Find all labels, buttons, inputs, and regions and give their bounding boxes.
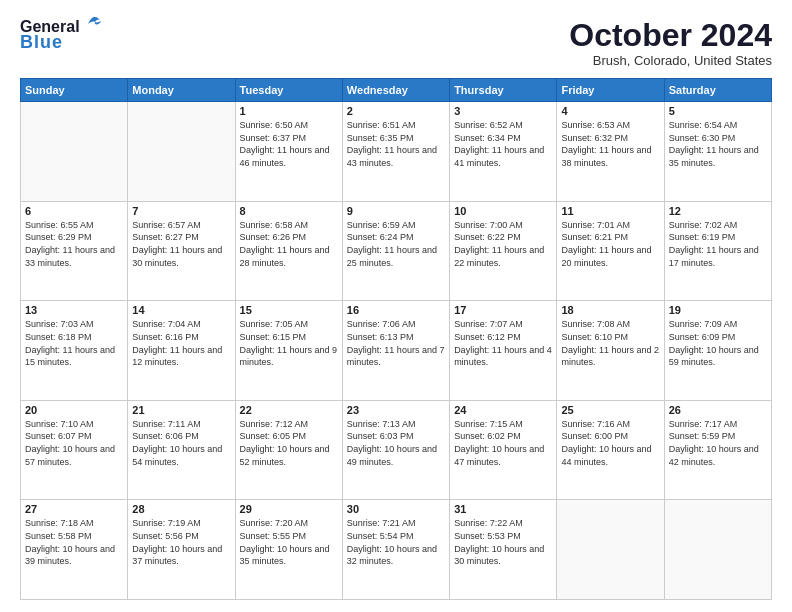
weekday-header: Saturday: [664, 79, 771, 102]
calendar-cell: [664, 500, 771, 600]
day-number: 8: [240, 205, 338, 217]
day-info: Sunrise: 7:04 AM Sunset: 6:16 PM Dayligh…: [132, 318, 230, 368]
calendar-header-row: SundayMondayTuesdayWednesdayThursdayFrid…: [21, 79, 772, 102]
day-info: Sunrise: 7:20 AM Sunset: 5:55 PM Dayligh…: [240, 517, 338, 567]
calendar-cell: 17Sunrise: 7:07 AM Sunset: 6:12 PM Dayli…: [450, 301, 557, 401]
day-info: Sunrise: 7:07 AM Sunset: 6:12 PM Dayligh…: [454, 318, 552, 368]
day-number: 30: [347, 503, 445, 515]
day-info: Sunrise: 7:22 AM Sunset: 5:53 PM Dayligh…: [454, 517, 552, 567]
calendar-cell: 31Sunrise: 7:22 AM Sunset: 5:53 PM Dayli…: [450, 500, 557, 600]
calendar-cell: 23Sunrise: 7:13 AM Sunset: 6:03 PM Dayli…: [342, 400, 449, 500]
day-info: Sunrise: 7:21 AM Sunset: 5:54 PM Dayligh…: [347, 517, 445, 567]
calendar-cell: 30Sunrise: 7:21 AM Sunset: 5:54 PM Dayli…: [342, 500, 449, 600]
day-info: Sunrise: 7:02 AM Sunset: 6:19 PM Dayligh…: [669, 219, 767, 269]
day-number: 16: [347, 304, 445, 316]
day-number: 13: [25, 304, 123, 316]
calendar-cell: 12Sunrise: 7:02 AM Sunset: 6:19 PM Dayli…: [664, 201, 771, 301]
day-number: 31: [454, 503, 552, 515]
calendar-cell: 11Sunrise: 7:01 AM Sunset: 6:21 PM Dayli…: [557, 201, 664, 301]
calendar-table: SundayMondayTuesdayWednesdayThursdayFrid…: [20, 78, 772, 600]
day-number: 3: [454, 105, 552, 117]
calendar-cell: 10Sunrise: 7:00 AM Sunset: 6:22 PM Dayli…: [450, 201, 557, 301]
calendar-cell: 16Sunrise: 7:06 AM Sunset: 6:13 PM Dayli…: [342, 301, 449, 401]
day-number: 24: [454, 404, 552, 416]
weekday-header: Tuesday: [235, 79, 342, 102]
month-title: October 2024: [569, 18, 772, 53]
day-info: Sunrise: 6:54 AM Sunset: 6:30 PM Dayligh…: [669, 119, 767, 169]
calendar-cell: 18Sunrise: 7:08 AM Sunset: 6:10 PM Dayli…: [557, 301, 664, 401]
day-number: 17: [454, 304, 552, 316]
header-right: October 2024 Brush, Colorado, United Sta…: [569, 18, 772, 68]
weekday-header: Wednesday: [342, 79, 449, 102]
day-info: Sunrise: 7:18 AM Sunset: 5:58 PM Dayligh…: [25, 517, 123, 567]
day-number: 20: [25, 404, 123, 416]
calendar-cell: 25Sunrise: 7:16 AM Sunset: 6:00 PM Dayli…: [557, 400, 664, 500]
calendar-cell: 8Sunrise: 6:58 AM Sunset: 6:26 PM Daylig…: [235, 201, 342, 301]
day-info: Sunrise: 7:06 AM Sunset: 6:13 PM Dayligh…: [347, 318, 445, 368]
bird-icon: [82, 16, 104, 32]
weekday-header: Monday: [128, 79, 235, 102]
calendar-cell: 28Sunrise: 7:19 AM Sunset: 5:56 PM Dayli…: [128, 500, 235, 600]
day-number: 28: [132, 503, 230, 515]
day-info: Sunrise: 6:57 AM Sunset: 6:27 PM Dayligh…: [132, 219, 230, 269]
day-number: 25: [561, 404, 659, 416]
day-number: 19: [669, 304, 767, 316]
day-info: Sunrise: 7:13 AM Sunset: 6:03 PM Dayligh…: [347, 418, 445, 468]
day-info: Sunrise: 6:53 AM Sunset: 6:32 PM Dayligh…: [561, 119, 659, 169]
day-number: 5: [669, 105, 767, 117]
day-number: 23: [347, 404, 445, 416]
calendar-cell: 9Sunrise: 6:59 AM Sunset: 6:24 PM Daylig…: [342, 201, 449, 301]
day-info: Sunrise: 7:11 AM Sunset: 6:06 PM Dayligh…: [132, 418, 230, 468]
logo: General Blue: [20, 18, 104, 53]
weekday-header: Friday: [557, 79, 664, 102]
day-number: 21: [132, 404, 230, 416]
day-info: Sunrise: 6:55 AM Sunset: 6:29 PM Dayligh…: [25, 219, 123, 269]
day-info: Sunrise: 7:03 AM Sunset: 6:18 PM Dayligh…: [25, 318, 123, 368]
day-info: Sunrise: 7:12 AM Sunset: 6:05 PM Dayligh…: [240, 418, 338, 468]
calendar-cell: 20Sunrise: 7:10 AM Sunset: 6:07 PM Dayli…: [21, 400, 128, 500]
day-number: 27: [25, 503, 123, 515]
day-info: Sunrise: 7:16 AM Sunset: 6:00 PM Dayligh…: [561, 418, 659, 468]
day-number: 10: [454, 205, 552, 217]
calendar-cell: 15Sunrise: 7:05 AM Sunset: 6:15 PM Dayli…: [235, 301, 342, 401]
day-number: 4: [561, 105, 659, 117]
day-number: 26: [669, 404, 767, 416]
calendar-cell: 14Sunrise: 7:04 AM Sunset: 6:16 PM Dayli…: [128, 301, 235, 401]
calendar-cell: [557, 500, 664, 600]
calendar-cell: 13Sunrise: 7:03 AM Sunset: 6:18 PM Dayli…: [21, 301, 128, 401]
day-info: Sunrise: 7:15 AM Sunset: 6:02 PM Dayligh…: [454, 418, 552, 468]
calendar-cell: 19Sunrise: 7:09 AM Sunset: 6:09 PM Dayli…: [664, 301, 771, 401]
day-info: Sunrise: 6:58 AM Sunset: 6:26 PM Dayligh…: [240, 219, 338, 269]
page: General Blue October 2024 Brush, Colorad…: [0, 0, 792, 612]
day-info: Sunrise: 6:50 AM Sunset: 6:37 PM Dayligh…: [240, 119, 338, 169]
day-info: Sunrise: 7:08 AM Sunset: 6:10 PM Dayligh…: [561, 318, 659, 368]
day-number: 1: [240, 105, 338, 117]
day-number: 12: [669, 205, 767, 217]
logo-blue-text: Blue: [20, 32, 63, 53]
day-info: Sunrise: 7:10 AM Sunset: 6:07 PM Dayligh…: [25, 418, 123, 468]
day-info: Sunrise: 6:59 AM Sunset: 6:24 PM Dayligh…: [347, 219, 445, 269]
calendar-cell: 7Sunrise: 6:57 AM Sunset: 6:27 PM Daylig…: [128, 201, 235, 301]
day-number: 2: [347, 105, 445, 117]
day-number: 9: [347, 205, 445, 217]
day-number: 6: [25, 205, 123, 217]
weekday-header: Sunday: [21, 79, 128, 102]
calendar-cell: 24Sunrise: 7:15 AM Sunset: 6:02 PM Dayli…: [450, 400, 557, 500]
calendar-cell: 4Sunrise: 6:53 AM Sunset: 6:32 PM Daylig…: [557, 102, 664, 202]
day-info: Sunrise: 6:52 AM Sunset: 6:34 PM Dayligh…: [454, 119, 552, 169]
calendar-cell: [128, 102, 235, 202]
calendar-week-row: 20Sunrise: 7:10 AM Sunset: 6:07 PM Dayli…: [21, 400, 772, 500]
calendar-cell: 3Sunrise: 6:52 AM Sunset: 6:34 PM Daylig…: [450, 102, 557, 202]
calendar-cell: 26Sunrise: 7:17 AM Sunset: 5:59 PM Dayli…: [664, 400, 771, 500]
calendar-week-row: 13Sunrise: 7:03 AM Sunset: 6:18 PM Dayli…: [21, 301, 772, 401]
calendar-cell: 6Sunrise: 6:55 AM Sunset: 6:29 PM Daylig…: [21, 201, 128, 301]
day-info: Sunrise: 7:00 AM Sunset: 6:22 PM Dayligh…: [454, 219, 552, 269]
day-number: 18: [561, 304, 659, 316]
calendar-cell: 27Sunrise: 7:18 AM Sunset: 5:58 PM Dayli…: [21, 500, 128, 600]
calendar-week-row: 27Sunrise: 7:18 AM Sunset: 5:58 PM Dayli…: [21, 500, 772, 600]
calendar-week-row: 1Sunrise: 6:50 AM Sunset: 6:37 PM Daylig…: [21, 102, 772, 202]
header: General Blue October 2024 Brush, Colorad…: [20, 18, 772, 68]
day-info: Sunrise: 7:09 AM Sunset: 6:09 PM Dayligh…: [669, 318, 767, 368]
day-info: Sunrise: 7:05 AM Sunset: 6:15 PM Dayligh…: [240, 318, 338, 368]
calendar-cell: 2Sunrise: 6:51 AM Sunset: 6:35 PM Daylig…: [342, 102, 449, 202]
